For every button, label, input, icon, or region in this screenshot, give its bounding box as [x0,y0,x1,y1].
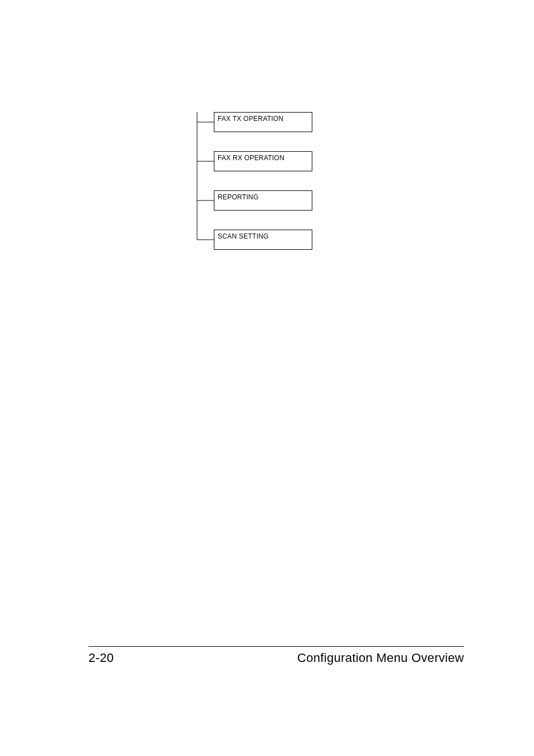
tree-item-fax-tx-operation: FAX TX OPERATION [214,112,312,132]
tree-item-label: FAX RX OPERATION [218,154,284,162]
tree-item-scan-setting: SCAN SETTING [214,230,312,250]
page-footer: 2-20 Configuration Menu Overview [88,651,464,665]
section-title: Configuration Menu Overview [297,651,464,665]
tree-item-label: FAX TX OPERATION [218,115,283,123]
tree-item-label: REPORTING [218,193,259,201]
page-number: 2-20 [88,651,114,665]
document-page: FAX TX OPERATION FAX RX OPERATION REPORT… [0,0,534,756]
tree-item-fax-rx-operation: FAX RX OPERATION [214,151,312,171]
footer-divider [88,646,464,647]
tree-item-reporting: REPORTING [214,190,312,211]
tree-item-label: SCAN SETTING [218,232,269,240]
